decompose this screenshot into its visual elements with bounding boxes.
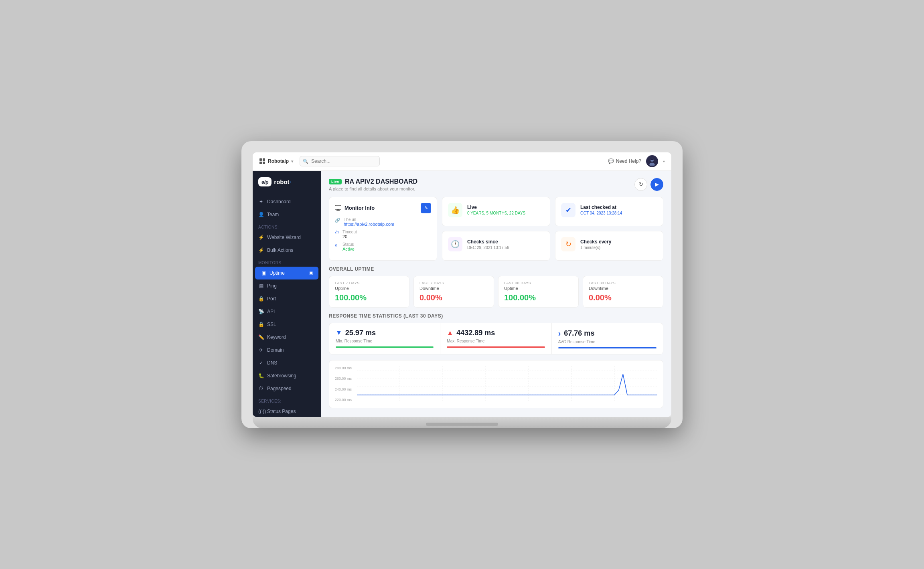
sidebar-item-uptime[interactable]: ▣ Uptime ▣	[255, 267, 318, 279]
sidebar-item-bulk-actions[interactable]: ⚡ Bulk Actions	[253, 244, 321, 257]
chart-svg	[357, 366, 657, 402]
min-label: Min. Response Time	[336, 339, 434, 343]
sidebar-item-status-pages[interactable]: ((·)) Status Pages	[253, 405, 321, 417]
sidebar-item-pagespeed-label: Pagespeed	[267, 386, 292, 391]
main-wrapper: a/p robot· ✦ Dashboard 👤	[253, 171, 671, 417]
sidebar-item-team[interactable]: 👤 Team	[253, 208, 321, 221]
sidebar-item-domain[interactable]: ✈ Domain	[253, 344, 321, 356]
tag-icon: 🏷	[335, 243, 339, 247]
live-status-content: 👍 Live 0 YEARS, 5 MONTHS, 22 DAYS	[448, 203, 544, 217]
uptime-pct-3: 0.00%	[589, 293, 657, 302]
monitor-icon	[335, 205, 341, 211]
need-help-button[interactable]: 💬 Need Help?	[608, 158, 641, 164]
refresh-icon: ↻	[565, 240, 571, 249]
sidebar-item-ssl-label: SSL	[267, 322, 276, 327]
help-icon: 💬	[608, 158, 614, 164]
timeout-row: ⏱ Timeout 20	[335, 230, 431, 239]
svg-rect-9	[337, 209, 339, 210]
uptime-type-0: Uptime	[335, 286, 403, 291]
refresh-button[interactable]: ↻	[634, 178, 647, 191]
checks-every-title: Checks every	[580, 239, 611, 245]
page-title: RA APIV2 DASHBOARD	[345, 178, 417, 185]
laptop-frame: Robotalp ▾ 🔍 💬 Need Help?	[241, 141, 683, 428]
checks-every-card: ↻ Checks every 1 minute(s)	[555, 231, 663, 261]
keyword-icon: ✏️	[258, 334, 264, 340]
last-checked-title: Last checked at	[580, 205, 622, 210]
checks-since-sub: DEC 29, 2021 13:17:56	[467, 245, 509, 250]
live-icon-wrap: 👍	[448, 203, 462, 217]
svg-rect-3	[263, 162, 265, 164]
avg-label: AVG Response Time	[558, 340, 657, 344]
svg-rect-2	[259, 162, 262, 164]
sidebar-item-dashboard[interactable]: ✦ Dashboard	[253, 195, 321, 208]
sidebar-item-keyword[interactable]: ✏️ Keyword	[253, 331, 321, 344]
uptime-grid: LAST 7 DAYS Uptime 100.00% LAST 7 DAYS D…	[329, 276, 663, 308]
timeout-value: 20	[342, 234, 357, 239]
sidebar-item-domain-label: Domain	[267, 347, 284, 353]
ping-icon: ▤	[258, 283, 264, 289]
uptime-type-1: Downtime	[419, 286, 488, 291]
uptime-pct-1: 0.00%	[419, 293, 488, 302]
checks-since-icon-wrap: 🕐	[448, 237, 462, 251]
max-ms: 4432.89 ms	[456, 329, 495, 337]
grid-icon	[259, 158, 265, 164]
resp-stat-max: ▲ 4432.89 ms Max. Response Time	[440, 323, 551, 354]
search-input[interactable]	[300, 156, 380, 166]
content-area: Live RA APIV2 DASHBOARD A place to find …	[321, 171, 671, 417]
user-avatar[interactable]	[646, 155, 658, 167]
monitors-section-label: Monitors:	[253, 257, 321, 267]
sidebar-item-port[interactable]: 🔒 Port	[253, 292, 321, 305]
edit-icon: ✎	[424, 205, 428, 211]
checkmark-icon: ✔	[565, 206, 571, 215]
y-label-3: 220.00 ms	[335, 398, 355, 402]
sidebar-item-api-label: API	[267, 309, 275, 314]
play-button[interactable]: ▶	[650, 178, 663, 191]
screen: Robotalp ▾ 🔍 💬 Need Help?	[253, 152, 671, 417]
clock2-icon: 🕐	[451, 240, 460, 249]
sidebar-item-uptime-label: Uptime	[270, 270, 285, 276]
sidebar-item-keyword-label: Keyword	[267, 334, 286, 340]
clock-icon: ⏱	[335, 230, 339, 235]
chart-area: 280.00 ms 260.00 ms 240.00 ms 220.00 ms	[335, 366, 657, 402]
status-row: 🏷 Status Active	[335, 242, 431, 251]
status-label: Status	[342, 242, 355, 247]
sidebar-item-api[interactable]: 📡 API	[253, 305, 321, 318]
checks-every-sub: 1 minute(s)	[580, 245, 611, 250]
min-arrow-icon: ▼	[336, 329, 342, 336]
monitor-info-card: Monitor Info ✎ 🔗 The url https:	[329, 197, 437, 261]
sidebar-item-website-wizard[interactable]: ⚡ Website Wizard	[253, 231, 321, 244]
laptop-base	[253, 417, 671, 428]
sidebar-item-dns[interactable]: ✓ DNS	[253, 356, 321, 369]
user-menu-chevron[interactable]: ▾	[663, 159, 665, 164]
sidebar-item-safebrowsing[interactable]: 🐛 Safebrowsing	[253, 369, 321, 382]
sidebar-item-ping[interactable]: ▤ Ping	[253, 279, 321, 292]
min-ms: 25.97 ms	[345, 329, 376, 337]
sidebar-item-safebrowsing-label: Safebrowsing	[267, 373, 296, 379]
safebrowsing-icon: 🐛	[258, 373, 264, 379]
sidebar-item-bulk-actions-label: Bulk Actions	[267, 247, 293, 253]
port-icon: 🔒	[258, 296, 264, 302]
title-row: Live RA APIV2 DASHBOARD	[329, 178, 417, 185]
checks-since-title: Checks since	[467, 239, 509, 245]
actions-section-label: Actions:	[253, 221, 321, 231]
services-section-label: Services:	[253, 395, 321, 405]
uptime-period-3: LAST 30 DAYS	[589, 281, 657, 285]
uptime-card-2: LAST 30 DAYS Uptime 100.00%	[498, 276, 579, 308]
response-stats-title: RESPONSE TIME STATISTICS (LAST 30 DAYS)	[329, 313, 663, 319]
dns-icon: ✓	[258, 360, 264, 366]
live-status-sub: 0 YEARS, 5 MONTHS, 22 DAYS	[467, 211, 525, 215]
avg-arrow-icon: ›	[558, 329, 561, 338]
max-bar	[447, 346, 545, 348]
dashboard-header: Live RA APIV2 DASHBOARD A place to find …	[329, 178, 663, 191]
workspace-selector[interactable]: Robotalp ▾	[259, 158, 293, 164]
sidebar-item-ssl[interactable]: 🔒 SSL	[253, 318, 321, 331]
uptime-card-1: LAST 7 DAYS Downtime 0.00%	[413, 276, 494, 308]
svg-rect-0	[259, 158, 262, 161]
link-icon: 🔗	[335, 218, 340, 223]
status-pages-icon: ((·))	[258, 409, 264, 414]
search-container: 🔍	[300, 156, 380, 166]
sidebar-item-pagespeed[interactable]: ⏱ Pagespeed	[253, 382, 321, 395]
edit-monitor-button[interactable]: ✎	[421, 203, 431, 213]
uptime-type-3: Downtime	[589, 286, 657, 291]
resp-stat-avg: › 67.76 ms AVG Response Time	[552, 323, 663, 354]
